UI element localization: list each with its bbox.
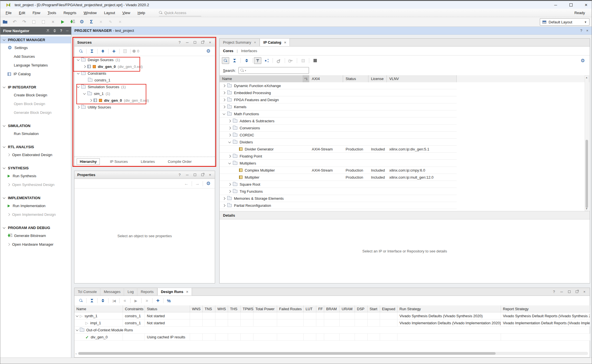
ip-catalog-row-floating-point[interactable]: Floating Point <box>220 153 457 160</box>
nav-section-header-rtl-analysis[interactable]: RTL ANALYSIS <box>0 143 71 150</box>
runs-column-dsp[interactable]: DSP <box>355 305 368 312</box>
chevron-down-icon[interactable] <box>76 328 79 331</box>
tab-reports[interactable]: Reports <box>137 288 157 296</box>
menu-edit[interactable]: Edit <box>15 9 29 17</box>
ip-catalog-row-multiplier[interactable]: MultiplierProductionIncludedxilinx.com:i… <box>220 174 457 181</box>
column-header-vlnv[interactable]: VLNV <box>387 75 457 82</box>
runs-column-lut[interactable]: LUT <box>304 305 316 312</box>
runs-column-tns[interactable]: TNS <box>203 305 215 312</box>
menu-layout[interactable]: Layout <box>100 9 119 17</box>
delete-button[interactable]: × <box>48 18 58 26</box>
expand-all-icon[interactable] <box>53 29 56 32</box>
float-panel-icon[interactable] <box>200 173 204 177</box>
filter-icon[interactable] <box>254 57 261 64</box>
runs-column-status[interactable]: Status <box>145 305 190 312</box>
sidebar-item-settings[interactable]: ⚙Settings <box>0 43 71 52</box>
runs-row-synth-1[interactable]: ▷synth_1constrs_1Not startedVivado Synth… <box>74 312 590 319</box>
chevron-down-icon[interactable] <box>3 85 6 88</box>
float-panel-icon[interactable] <box>200 41 204 45</box>
runs-column-bram[interactable]: BRAM <box>324 305 340 312</box>
chevron-right-icon[interactable] <box>228 119 231 122</box>
chevron-right-icon[interactable] <box>223 197 226 200</box>
close-icon[interactable]: × <box>586 28 588 33</box>
settings-gear-icon[interactable]: ⚙ <box>77 18 87 26</box>
expand-all-icon[interactable] <box>98 48 108 55</box>
runs-column-name[interactable]: Name <box>74 305 123 312</box>
ip-catalog-row-partial-reconfiguration[interactable]: Partial Reconfiguration <box>220 202 457 209</box>
runs-column-elapsed[interactable]: Elapsed <box>380 305 397 312</box>
maximize-panel-icon[interactable] <box>193 173 197 177</box>
chevron-right-icon[interactable] <box>228 155 231 157</box>
chevron-right-icon[interactable] <box>228 134 231 136</box>
chevron-right-icon[interactable] <box>223 98 226 101</box>
runs-column-total-power[interactable]: Total Power <box>253 305 277 312</box>
copy-button[interactable] <box>29 18 39 26</box>
sidebar-item-create-block-design[interactable]: Create Block Design <box>0 91 71 99</box>
maximize-button[interactable] <box>567 3 575 7</box>
layout-selector[interactable]: Default Layout ▼ <box>540 18 589 26</box>
sources-tab-libraries[interactable]: Libraries <box>138 159 158 165</box>
column-header-license[interactable]: License <box>368 75 387 82</box>
tree-item-design-sources[interactable]: Design Sources(1) <box>74 56 215 63</box>
tree-item-sim-1[interactable]: sim_1(1) <box>74 90 215 97</box>
chevron-down-icon[interactable] <box>228 161 231 164</box>
sidebar-item-open-hardware-manager[interactable]: Open Hardware Manager <box>0 240 71 249</box>
runs-column-report-strategy[interactable]: Report Strategy <box>501 305 590 312</box>
nav-section-header-simulation[interactable]: SIMULATION <box>0 122 71 129</box>
runs-column-ff[interactable]: FF <box>316 305 324 312</box>
menu-file[interactable]: File <box>2 9 15 17</box>
scroll-left-icon[interactable]: ‹ <box>76 352 77 355</box>
float-panel-icon[interactable] <box>575 290 579 294</box>
expand-all-icon[interactable] <box>98 297 108 304</box>
tree-item-div-gen-0[interactable]: div_gen_0(div_gen_0.xci) <box>74 63 215 70</box>
runs-column-start[interactable]: Start <box>368 305 380 312</box>
tab-tcl-console[interactable]: Tcl Console <box>74 288 100 296</box>
quick-access-search[interactable]: Quick Access <box>159 10 201 16</box>
scrollbar-thumb[interactable] <box>586 140 588 208</box>
search-icon[interactable] <box>222 57 229 64</box>
ip-catalog-row-adders-subtracters[interactable]: Adders & Subtracters <box>220 117 457 125</box>
tab-design-runs[interactable]: Design Runs× <box>157 288 192 296</box>
minimize-panel-icon[interactable]: ─ <box>66 29 69 33</box>
horizontal-scrollbar[interactable]: ‹ <box>76 351 588 356</box>
ip-catalog-row-cordic[interactable]: CORDIC <box>220 132 457 139</box>
undo-button[interactable]: ↶ <box>10 18 19 26</box>
ip-catalog-row-embedded-processing[interactable]: Embedded Processing <box>220 89 457 96</box>
menu-view[interactable]: View <box>119 9 134 17</box>
chevron-right-icon[interactable] <box>228 183 231 186</box>
tree-item-constraints[interactable]: Constraints <box>74 70 215 77</box>
chevron-right-icon[interactable] <box>7 154 10 156</box>
runs-column-tpws[interactable]: TPWS <box>241 305 253 312</box>
minimize-panel-icon[interactable]: ─ <box>185 173 189 177</box>
close-tab-icon[interactable]: × <box>254 40 256 45</box>
ip-catalog-row-dynamic-function-exchange[interactable]: Dynamic Function eXchange <box>220 82 457 89</box>
ip-catalog-row-dividers[interactable]: Dividers <box>220 139 457 146</box>
maximize-panel-icon[interactable] <box>567 290 571 294</box>
gear-icon[interactable]: ⚙ <box>204 180 213 187</box>
chevron-down-icon[interactable] <box>77 72 80 74</box>
column-header-name[interactable]: Name ^1 <box>220 75 309 82</box>
runs-column-whs[interactable]: WHS <box>215 305 228 312</box>
help-icon[interactable]: ? <box>178 173 182 177</box>
tab-ip-catalog[interactable]: IP Catalog × <box>260 38 290 46</box>
ip-catalog-row-fpga-features-and-design[interactable]: FPGA Features and Design <box>220 96 457 103</box>
chevron-right-icon[interactable] <box>228 126 231 129</box>
chevron-right-icon[interactable] <box>7 213 10 216</box>
nav-section-header-project-manager[interactable]: PROJECT MANAGER <box>0 36 71 43</box>
paste-button[interactable] <box>39 18 48 26</box>
hierarchy-view-icon[interactable] <box>262 57 271 64</box>
ip-catalog-row-trig-functions[interactable]: Trig Functions <box>220 188 457 195</box>
chevron-right-icon[interactable] <box>223 105 226 108</box>
help-icon[interactable]: ? <box>552 290 556 294</box>
sidebar-item-generate-bitstream[interactable]: 0110Generate Bitstream <box>0 231 71 240</box>
sources-tab-hierarchy[interactable]: Hierarchy <box>77 158 100 165</box>
sidebar-item-run-synthesis[interactable]: Run Synthesis <box>0 172 71 180</box>
tree-item-constrs-1[interactable]: constrs_1 <box>74 77 215 83</box>
chevron-down-icon[interactable] <box>77 85 80 88</box>
runs-column-constraints[interactable]: Constraints <box>123 305 145 312</box>
chevron-down-icon[interactable] <box>228 140 231 143</box>
column-header-axi4[interactable]: AXI4 <box>309 75 343 82</box>
gear-icon[interactable]: ⚙ <box>204 48 213 55</box>
close-tab-icon[interactable]: × <box>186 290 188 294</box>
runs-column-run-strategy[interactable]: Run Strategy <box>397 305 501 312</box>
